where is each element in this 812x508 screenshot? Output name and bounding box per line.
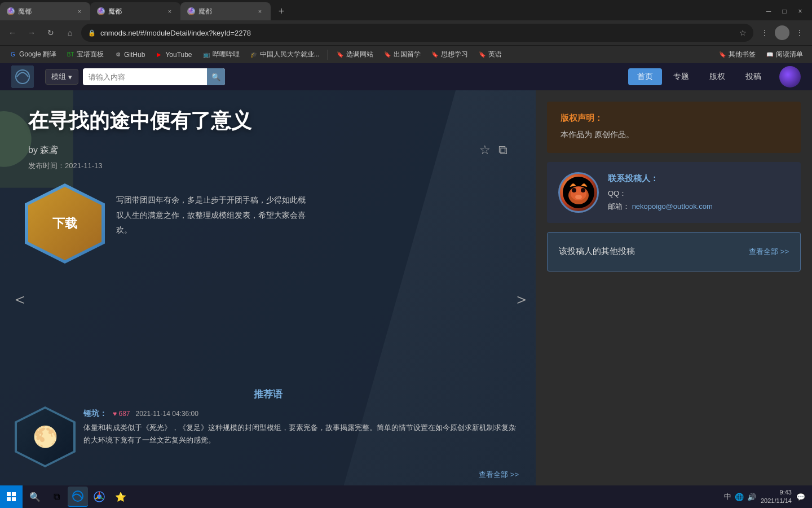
review-heart: ♥ 687 <box>113 410 130 418</box>
tab-favicon-2: 🔮 <box>97 7 105 15</box>
taskbar: 🔍 ⧉ ⭐ 中 🌐 🔊 9:43 2021/11/14 💬 <box>0 485 812 508</box>
bookmarks-right: 🔖 其他书签 📖 阅读清单 <box>714 48 807 61</box>
email-value: nekopoigo@outlook.com <box>632 202 713 211</box>
address-bar[interactable]: 🔒 cnmods.net/#/moduleDetail/index?keyId=… <box>81 24 753 42</box>
address-actions: ⋮ ⋮ <box>757 25 807 41</box>
youtube-icon: ▶ <box>155 51 163 59</box>
search-button[interactable]: 🔍 <box>207 68 225 85</box>
back-button[interactable]: ← <box>5 25 20 41</box>
tab-label-3: 魔都 <box>198 7 253 16</box>
chevron-down-icon: ▾ <box>68 73 72 81</box>
next-arrow[interactable]: ＞ <box>513 288 530 311</box>
taskbar-chrome[interactable] <box>89 487 109 507</box>
bookmark-bt[interactable]: BT 宝塔面板 <box>62 48 108 61</box>
mod-dropdown-label: 模组 <box>51 72 66 82</box>
author-row: by 森鸢 ☆ ⧉ <box>28 143 508 157</box>
tab-close-2[interactable]: × <box>166 7 174 15</box>
menu-button[interactable]: ⋮ <box>792 25 807 41</box>
extensions-button[interactable]: ⋮ <box>757 25 773 41</box>
bookmark-label: GitHub <box>124 51 145 59</box>
bookmark-study-abroad[interactable]: 🔖 出国留学 <box>379 48 425 61</box>
mod-dropdown[interactable]: 模组 ▾ <box>45 69 78 85</box>
site-user-avatar[interactable] <box>779 66 801 87</box>
copyright-section: 版权声明： 本作品为 原创作品。 <box>547 102 801 153</box>
contact-avatar <box>558 172 599 213</box>
taskbar-search[interactable]: 🔍 <box>25 487 45 507</box>
bookmark-rucjy[interactable]: 🎓 中国人民大学就业... <box>245 48 324 61</box>
taskbar-taskview[interactable]: ⧉ <box>46 487 67 507</box>
nav-link-copyright[interactable]: 版权 <box>700 68 734 85</box>
refresh-button[interactable]: ↻ <box>43 25 59 41</box>
volume-icon[interactable]: 🔊 <box>747 493 756 501</box>
site-logo <box>11 65 34 88</box>
github-icon: ⚙ <box>114 51 122 59</box>
address-bar-row: ← → ↻ ⌂ 🔒 cnmods.net/#/moduleDetail/inde… <box>0 20 812 45</box>
minimize-button[interactable]: ─ <box>761 4 776 19</box>
maximize-button[interactable]: □ <box>777 4 792 19</box>
bookmark-thought-study[interactable]: 🔖 思想学习 <box>426 48 473 61</box>
network-icon[interactable]: 🌐 <box>735 493 744 501</box>
tab-2[interactable]: 🔮 魔都 × <box>90 2 180 20</box>
bookmark-github[interactable]: ⚙ GitHub <box>109 49 149 60</box>
qq-label: QQ： <box>608 189 626 198</box>
taskbar-favorites[interactable]: ⭐ <box>111 487 131 507</box>
folder-icon-5: 🔖 <box>718 51 726 59</box>
tab-label-1: 魔都 <box>18 7 72 16</box>
notification-icon[interactable]: 💬 <box>796 493 805 501</box>
other-submissions-section: 该投稿人的其他投稿 查看全部 >> <box>547 232 801 271</box>
bookmark-youtube[interactable]: ▶ YouTube <box>151 49 196 60</box>
search-area: 模组 ▾ 🔍 <box>45 68 225 85</box>
recommend-title: 推荐语 <box>0 388 536 401</box>
address-text: cnmods.net/#/moduleDetail/index?keyId=22… <box>100 29 735 37</box>
svg-line-19 <box>100 497 103 499</box>
publish-date: 发布时间：2021-11-13 <box>28 161 508 171</box>
download-label: 下载 <box>52 215 77 232</box>
bookmark-label: 中国人民大学就业... <box>260 50 320 59</box>
svg-rect-13 <box>7 497 11 501</box>
other-submissions-view-all[interactable]: 查看全部 >> <box>749 247 789 257</box>
start-button[interactable] <box>0 485 23 508</box>
taskbar-edge[interactable] <box>68 487 88 507</box>
nav-links: 首页 专题 版权 投稿 <box>628 68 770 85</box>
share-icon[interactable]: ⧉ <box>498 143 508 157</box>
tab-1[interactable]: 🔮 魔都 × <box>0 2 90 20</box>
contact-title: 联系投稿人： <box>608 173 789 184</box>
home-button[interactable]: ⌂ <box>62 25 78 41</box>
tab-close-3[interactable]: × <box>256 7 264 15</box>
bookmark-label: 选调网站 <box>346 50 373 59</box>
clock-time: 9:43 <box>761 488 792 497</box>
forward-button[interactable]: → <box>24 25 39 41</box>
close-window-button[interactable]: × <box>793 4 807 19</box>
bookmark-label: 哔哩哔哩 <box>213 50 240 59</box>
browser-chrome: 🔮 魔都 × 🔮 魔都 × 🔮 魔都 × + ─ □ × ← → ↻ ⌂ 🔒 c… <box>0 0 812 63</box>
search-input[interactable] <box>83 73 207 81</box>
view-all-reviews[interactable]: 查看全部 >> <box>0 470 536 480</box>
tab-close-1[interactable]: × <box>76 7 83 15</box>
bookmark-label: 阅读清单 <box>776 50 803 59</box>
bookmark-reading-list[interactable]: 📖 阅读清单 <box>761 48 807 61</box>
prev-arrow[interactable]: ＜ <box>11 288 28 311</box>
nav-link-submit[interactable]: 投稿 <box>736 68 770 85</box>
new-tab-button[interactable]: + <box>273 3 290 20</box>
nav-link-home[interactable]: 首页 <box>628 68 662 85</box>
bookmark-xuandiao[interactable]: 🔖 选调网站 <box>332 48 378 61</box>
user-avatar[interactable] <box>775 25 789 40</box>
nav-link-special[interactable]: 专题 <box>664 68 698 85</box>
tab-3[interactable]: 🔮 魔都 × <box>180 2 271 20</box>
bookmark-bilibili[interactable]: 📺 哔哩哔哩 <box>198 48 244 61</box>
site-header: 模组 ▾ 🔍 首页 专题 版权 投稿 <box>0 63 812 90</box>
bookmark-other[interactable]: 🔖 其他书签 <box>714 48 760 61</box>
content-inner: 在寻找的途中便有了意义 by 森鸢 ☆ ⧉ 发布时间：2021-11-13 <box>0 90 536 283</box>
copyright-title: 版权声明： <box>561 113 787 124</box>
folder-icon-2: 🔖 <box>383 51 391 59</box>
svg-line-20 <box>95 497 98 499</box>
taskbar-clock[interactable]: 9:43 2021/11/14 <box>761 488 792 506</box>
bookmark-english[interactable]: 🔖 英语 <box>474 48 506 61</box>
favorite-icon[interactable]: ☆ <box>479 143 491 157</box>
keyboard-icon[interactable]: 中 <box>724 492 731 502</box>
bookmark-google-translate[interactable]: G Google 翻译 <box>5 48 61 61</box>
bookmark-star-icon[interactable]: ☆ <box>739 28 747 37</box>
folder-icon-1: 🔖 <box>336 51 344 59</box>
taskbar-items: 🔍 ⧉ ⭐ <box>23 485 133 508</box>
download-area: 下载 写团带团四年有余，多是止步于开团手稿，少得如此概叹人生的满意之作，故整理成… <box>28 187 508 266</box>
